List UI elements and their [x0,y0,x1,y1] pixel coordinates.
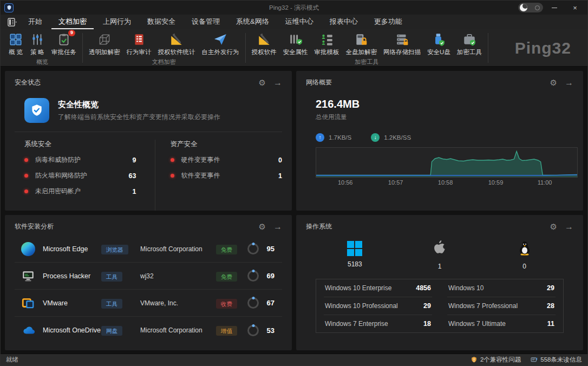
software-row[interactable]: Microsoft OneDrive 网盘 Microsoft Corporat… [15,317,282,344]
process-hacker-app-icon [21,269,43,283]
list-item[interactable]: 硬件变更事件 0 [171,155,283,165]
file-menu-icon[interactable] [6,17,19,28]
security-status-panel: 安全状态 ⚙ → 安全性概览 了解终端当前系统安全性和资产变更情况并采取必要操作 [5,71,292,211]
score-value: 53 [267,326,279,335]
score-value: 69 [267,272,279,280]
security-overview-hero: 安全性概览 了解终端当前系统安全性和资产变更情况并采取必要操作 [5,90,292,132]
ruler-pen-icon [257,32,272,47]
ribbon-group-encrypt-tools: 授权软件 安全属性 审批模板 [249,30,485,66]
list-item[interactable]: 病毒和威胁防护 9 [24,155,136,165]
category-badge: 工具 [101,299,122,309]
platform-count: 5183 [348,260,362,268]
ssd-lock-icon [354,32,369,47]
table-row: Windows 7 Enterprise 18 Windows 7 Ultima… [316,315,563,332]
category-badge: 工具 [101,272,122,282]
tab-doc-encrypt[interactable]: 文档加密 [51,15,94,29]
compat-warning[interactable]: 2个兼容性问题 [471,356,521,364]
tab-report-center[interactable]: 报表中心 [323,15,365,29]
ribbon-behavior-audit-button[interactable]: 行为审计 [123,30,155,57]
category-badge: 网盘 [101,326,122,336]
ribbon-secure-usb-button[interactable]: 安全U盘 [424,30,454,57]
paper-plane-icon [213,32,228,47]
ribbon-separator [245,33,246,63]
os-table-cell[interactable]: Windows 10 Professional 29 [324,297,432,315]
windows-logo-icon [347,241,362,256]
category-badge: 浏览器 [101,245,128,254]
alert-dot-icon [171,158,174,162]
os-table-cell[interactable]: Windows 7 Enterprise 18 [324,315,432,332]
window-title: Ping32 - 演示模式 [1,4,587,12]
tab-data-security[interactable]: 数据安全 [140,15,182,29]
apple-logo-icon [433,240,447,258]
upload-rate-chip: ↑ 1.7KB/S [316,133,351,142]
ribbon-authorized-software-button[interactable]: 授权软件 [249,30,280,57]
theme-toggle[interactable] [518,3,543,12]
ribbon-group-overview: 概 览 策 略 9 审批任务 概览 [5,30,80,66]
table-row: Windows 10 Professional 29 Windows 7 Pro… [316,297,563,315]
tab-more-features[interactable]: 更多功能 [367,15,409,29]
approval-clipboard-icon: 9 [56,32,71,47]
ribbon-toolbar: 概 览 策 略 9 审批任务 概览 [1,29,587,67]
system-security-column: 系统安全 病毒和威胁防护 9 防火墙和网络防护 63 未启用密码帐户 [24,140,155,211]
settings-gear-icon[interactable]: ⚙ [259,223,266,231]
network-chart-svg [316,148,577,177]
audit-list-icon [132,32,147,47]
x-tick: 11:00 [538,179,552,186]
windows-platform: 5183 [312,240,397,270]
goto-arrow-icon[interactable]: → [273,223,282,231]
ribbon-authorized-software-stats-button[interactable]: 授权软件统计 [155,30,199,57]
tab-device-mgmt[interactable]: 设备管理 [185,15,227,29]
download-rate-chip: ↓ 1.2KB/SS [371,133,411,142]
tab-system-network[interactable]: 系统&网络 [229,15,276,29]
settings-gear-icon[interactable]: ⚙ [259,79,266,87]
ribbon-transparent-encrypt-button[interactable]: 透明加解密 [86,30,123,57]
ribbon-encrypt-tools-button[interactable]: 加密工具 [454,30,485,57]
list-item[interactable]: 未启用密码帐户 1 [24,187,136,196]
ribbon-approval-template-button[interactable]: 审批模板 [311,30,343,57]
settings-gear-icon[interactable]: ⚙ [550,79,557,87]
tab-web-behavior[interactable]: 上网行为 [96,15,138,29]
warning-shield-icon [471,356,478,363]
fence-shield-icon [288,32,303,47]
sliders-icon [30,32,45,47]
goto-arrow-icon[interactable]: → [565,79,573,87]
price-badge: 增值 [216,326,237,336]
panel-title: 网络概要 [306,78,332,87]
settings-gear-icon[interactable]: ⚙ [550,223,557,231]
app-logo-icon [4,3,14,12]
ribbon-security-attributes-button[interactable]: 安全属性 [280,30,311,57]
ribbon-outgoing-behavior-button[interactable]: 自主外发行为 [199,30,243,57]
tab-ops-center[interactable]: 运维中心 [278,15,321,29]
list-item[interactable]: 防火墙和网络防护 63 [24,171,136,180]
list-item[interactable]: 软件变更事件 1 [171,171,283,180]
software-row[interactable]: Microsoft Edge 浏览器 Microsoft Corporation… [15,236,282,263]
os-table-cell[interactable]: Windows 7 Ultimate 11 [447,315,556,332]
ribbon-policy-button[interactable]: 策 略 [27,30,48,57]
tab-start[interactable]: 开始 [21,15,49,29]
os-table-cell[interactable]: Windows 10 29 [447,279,556,297]
ribbon-approval-tasks-button[interactable]: 9 审批任务 [48,30,80,57]
price-badge: 免费 [216,245,237,254]
minimize-button[interactable] [545,1,564,14]
os-table-cell[interactable]: Windows 7 Professional 28 [447,297,556,315]
goto-arrow-icon[interactable]: → [273,79,282,87]
ribbon-network-storage-scan-button[interactable]: 网络存储扫描 [380,30,424,57]
score-ring-icon [247,270,259,282]
ribbon-separator [82,33,83,63]
ribbon-overview-button[interactable]: 概 览 [5,30,27,57]
asset-security-column: 资产安全 硬件变更事件 0 软件变更事件 1 [171,140,283,211]
unread-messages[interactable]: 558条未读信息 [531,356,582,364]
linux-platform: 0 [482,240,567,270]
goto-arrow-icon[interactable]: → [565,223,573,231]
software-row[interactable]: Process Hacker 工具 wj32 免费 69 [15,263,282,290]
score-ring-icon [247,297,259,309]
ping32-wordmark: Ping32 [515,39,583,57]
price-badge: 收费 [216,299,237,309]
alert-dot-icon [171,174,174,178]
score-value: 67 [267,299,279,307]
software-row[interactable]: VMware 工具 VMware, Inc. 收费 67 [15,290,282,317]
ribbon-full-disk-encrypt-button[interactable]: 全盘加解密 [343,30,381,57]
os-table-cell[interactable]: Windows 10 Enterprise 4856 [324,279,432,297]
approval-badge: 9 [68,30,75,36]
close-button[interactable]: × [566,1,584,14]
